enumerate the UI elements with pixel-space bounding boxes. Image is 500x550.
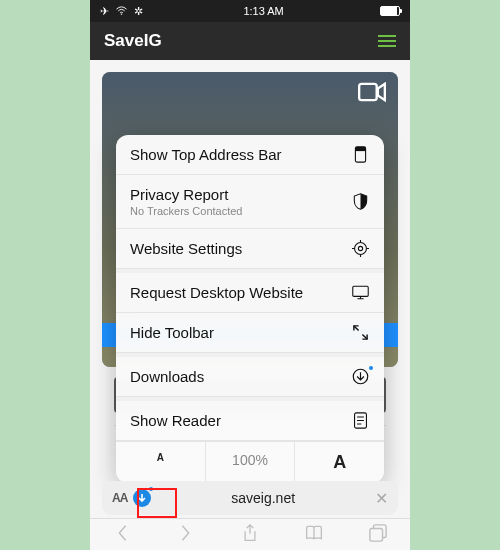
text-size-decrease[interactable]: A	[116, 442, 206, 483]
menu-downloads[interactable]: Downloads	[116, 353, 384, 397]
svg-rect-18	[370, 528, 383, 541]
share-button[interactable]	[241, 524, 259, 546]
svg-rect-1	[359, 84, 377, 100]
svg-point-5	[358, 246, 362, 250]
aa-menu-popover: Show Top Address Bar Privacy ReportNo Tr…	[116, 135, 384, 483]
back-button[interactable]	[113, 524, 131, 546]
url-domain: saveig.net	[151, 490, 375, 506]
download-indicator-icon[interactable]	[133, 489, 151, 507]
bookmarks-button[interactable]	[305, 524, 323, 546]
menu-website-settings[interactable]: Website Settings	[116, 229, 384, 269]
text-size-bar: A 100% A	[116, 441, 384, 483]
site-header: SaveIG	[90, 22, 410, 60]
shield-icon	[350, 193, 370, 210]
tabs-button[interactable]	[369, 524, 387, 546]
notification-dot	[369, 366, 373, 370]
battery-icon	[380, 6, 400, 16]
menu-hide-toolbar[interactable]: Hide Toolbar	[116, 313, 384, 353]
airplane-icon: ✈	[100, 5, 109, 17]
video-icon	[358, 82, 386, 106]
svg-point-4	[354, 243, 366, 255]
svg-rect-10	[352, 286, 367, 296]
svg-rect-3	[355, 147, 365, 151]
menu-show-top-addressbar[interactable]: Show Top Address Bar	[116, 135, 384, 175]
phone-frame: ✈ ✲ 1:13 AM SaveIG Show Top Address Bar	[90, 0, 410, 550]
aa-button[interactable]: AA	[112, 491, 127, 505]
url-bar[interactable]: AA saveig.net ✕	[102, 481, 398, 515]
status-time: 1:13 AM	[243, 5, 283, 17]
reader-icon	[350, 412, 370, 429]
text-size-increase[interactable]: A	[295, 442, 384, 483]
reload-stop-button[interactable]: ✕	[375, 489, 388, 508]
gear-icon	[350, 240, 370, 257]
wifi-icon	[116, 5, 130, 17]
site-title: SaveIG	[104, 31, 162, 51]
download-circle-icon	[350, 368, 370, 385]
status-bar: ✈ ✲ 1:13 AM	[90, 0, 410, 22]
bottom-toolbar	[90, 518, 410, 550]
addressbar-top-icon	[350, 146, 370, 163]
loading-icon: ✲	[134, 5, 143, 17]
hamburger-icon[interactable]	[378, 32, 396, 50]
menu-privacy-report[interactable]: Privacy ReportNo Trackers Contacted	[116, 175, 384, 229]
svg-point-0	[121, 13, 122, 14]
menu-request-desktop[interactable]: Request Desktop Website	[116, 269, 384, 313]
expand-icon	[350, 324, 370, 341]
menu-show-reader[interactable]: Show Reader	[116, 397, 384, 441]
forward-button[interactable]	[177, 524, 195, 546]
text-size-value[interactable]: 100%	[206, 442, 296, 483]
desktop-icon	[350, 284, 370, 301]
